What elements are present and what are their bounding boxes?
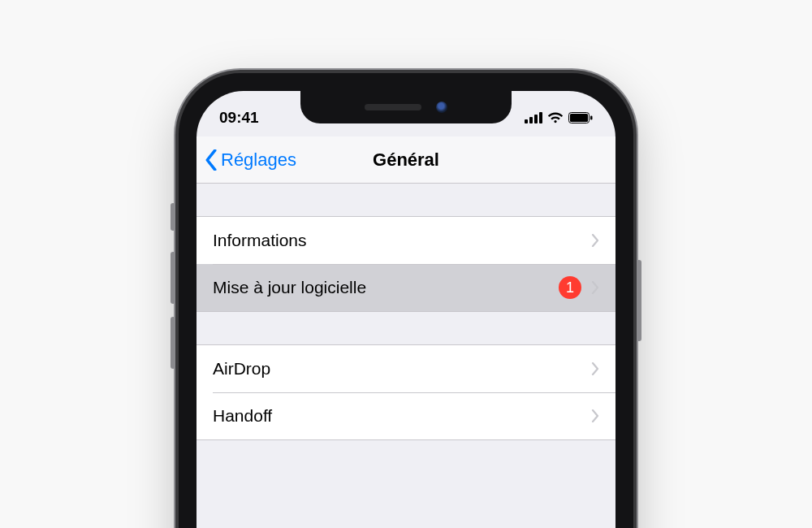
settings-group: AirDrop Handoff [197,344,615,440]
group-spacer [197,184,615,216]
group-spacer [197,312,615,344]
chevron-right-icon [591,281,599,294]
status-indicators [525,112,593,123]
back-label: Réglages [221,149,296,171]
volume-down-button[interactable] [171,317,175,369]
battery-icon [568,112,593,123]
row-informations[interactable]: Informations [197,217,615,264]
chevron-right-icon [591,234,599,247]
back-button[interactable]: Réglages [205,136,296,183]
row-label: AirDrop [213,359,591,379]
row-label: Mise à jour logicielle [213,278,559,297]
svg-rect-0 [525,119,528,123]
cellular-icon [525,112,542,123]
row-airdrop[interactable]: AirDrop [197,345,615,392]
wifi-icon [547,112,564,123]
update-badge: 1 [559,276,581,299]
svg-rect-1 [529,117,533,123]
side-button[interactable] [637,260,641,341]
svg-rect-5 [570,114,588,122]
status-time: 09:41 [219,109,259,127]
chevron-left-icon [205,149,218,171]
mute-switch[interactable] [171,203,175,231]
svg-rect-6 [590,116,593,120]
settings-list[interactable]: Informations Mise à jour logicielle 1 Ai… [197,184,615,528]
screen: 09:41 [197,91,615,528]
svg-rect-3 [539,112,542,123]
settings-group: Informations Mise à jour logicielle 1 [197,216,615,312]
row-software-update[interactable]: Mise à jour logicielle 1 [197,264,615,311]
page-title: Général [373,149,439,171]
chevron-right-icon [591,409,599,422]
status-bar: 09:41 [197,91,615,136]
nav-bar: Réglages Général [197,136,615,184]
row-label: Handoff [213,406,591,426]
chevron-right-icon [591,362,599,375]
row-label: Informations [213,231,591,250]
phone-frame: 09:41 [179,73,633,528]
svg-rect-2 [534,115,538,123]
row-handoff[interactable]: Handoff [197,392,615,439]
volume-up-button[interactable] [171,252,175,304]
